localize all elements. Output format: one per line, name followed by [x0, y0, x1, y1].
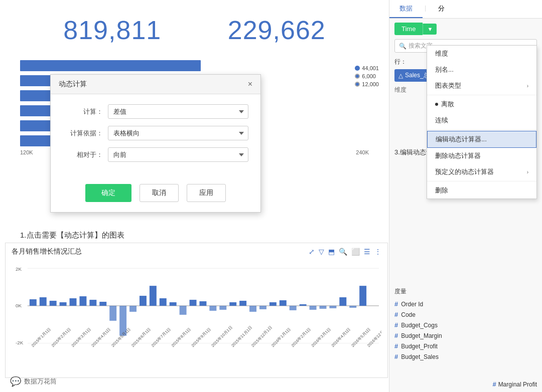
svg-text:2016年4月1日: 2016年4月1日 [330, 327, 351, 348]
toolbar-expand-icon[interactable]: ⤢ [309, 248, 315, 256]
svg-text:2015年6月1日: 2015年6月1日 [130, 327, 152, 348]
time-arrow-button[interactable]: ▼ [423, 24, 437, 35]
svg-text:2016年1月1日: 2016年1月1日 [270, 327, 292, 348]
apply-button[interactable]: 应用 [187, 184, 226, 202]
measure-item-6[interactable]: # Budget_Sales [394, 351, 537, 362]
marginal-profit-text: Marginal Profit [498, 381, 537, 388]
measure-text-4: Budget_Margin [401, 332, 442, 339]
svg-rect-23 [199, 301, 206, 306]
svg-rect-12 [89, 300, 96, 306]
bar-row-1 [20, 60, 369, 71]
svg-rect-11 [79, 296, 86, 306]
cancel-button[interactable]: 取消 [140, 184, 179, 202]
search-icon: 🔍 [399, 43, 406, 50]
hash-icon-3: # [394, 321, 398, 329]
svg-rect-16 [129, 306, 137, 312]
number-right: 229,662 [228, 15, 326, 45]
menu-divider-3 [427, 181, 536, 181]
bar-chart-svg: 2K 0K -2K [12, 258, 381, 353]
measure-item-5[interactable]: # Budget_Profit [394, 341, 537, 351]
svg-rect-25 [219, 306, 226, 310]
hash-icon-mp: # [492, 380, 496, 388]
legend-item-1: 44,001 [355, 65, 379, 71]
calc-select[interactable]: 差值 [108, 104, 248, 119]
menu-item-delete[interactable]: 删除 [427, 182, 536, 199]
toolbar-download-icon[interactable]: ⬒ [328, 248, 335, 256]
measure-text-1: Order Id [401, 301, 423, 308]
measure-text-3: Budget_Cogs [401, 322, 438, 329]
menu-item-edit-calc[interactable]: 编辑动态计算器... [427, 131, 536, 148]
legend-value-6000: 6,000 [362, 73, 376, 79]
svg-text:2015年3月1日: 2015年3月1日 [71, 327, 92, 348]
calc-label: 计算： [63, 107, 103, 116]
top-numbers: 819,811 229,662 [0, 0, 389, 55]
basis-select[interactable]: 表格横向 [108, 126, 248, 140]
axis-label-240k: 240K [356, 149, 369, 155]
relative-label: 相对于： [63, 150, 103, 159]
menu-item-discrete[interactable]: 离散 [427, 96, 536, 112]
measure-item-1[interactable]: # Order Id [394, 299, 537, 309]
svg-rect-32 [290, 306, 297, 310]
svg-rect-24 [209, 306, 216, 311]
measure-section: 度量 # Order Id # Code # Budget_Cogs # Bud… [394, 285, 537, 362]
legend-dot-2 [355, 74, 360, 79]
right-panel: 数据 | 分 Time ▼ 🔍 搜索文字 行： △ Sales_总和_差值 ▼ … [389, 0, 542, 392]
svg-rect-35 [320, 306, 327, 309]
toolbar-fit-icon[interactable]: ⬜ [351, 248, 360, 256]
hash-icon-4: # [394, 332, 398, 339]
context-menu: 维度 别名... 图表类型 › 离散 连续 编辑动态计算器... 删除动态计算器… [427, 45, 537, 199]
menu-label-predefined: 预定义的动态计算器 [435, 167, 494, 176]
time-dropdown: Time ▼ [394, 23, 537, 35]
svg-rect-20 [170, 302, 177, 306]
svg-rect-19 [160, 298, 167, 306]
modal-close-button[interactable]: × [248, 80, 252, 89]
measure-text-2: Code [401, 311, 416, 318]
menu-item-predefined-calc[interactable]: 预定义的动态计算器 › [427, 164, 536, 180]
menu-item-chart-type[interactable]: 图表类型 › [427, 78, 536, 94]
svg-rect-28 [249, 306, 256, 312]
chart-toolbar: ⤢ ▽ ⬒ 🔍 ⬜ ☰ ⋮ [309, 248, 381, 256]
panel-tabs: 数据 | 分 [389, 0, 542, 19]
menu-item-alias[interactable]: 别名... [427, 62, 536, 78]
form-row-relative: 相对于： 向前 [63, 147, 248, 162]
measure-item-4[interactable]: # Budget_Margin [394, 330, 537, 341]
svg-text:-2K: -2K [16, 340, 24, 345]
tab-analytics[interactable]: 分 [428, 0, 455, 18]
menu-item-delete-calc[interactable]: 删除动态计算器 [427, 148, 536, 164]
time-button[interactable]: Time [394, 23, 423, 35]
svg-rect-27 [239, 301, 246, 306]
svg-rect-6 [30, 299, 37, 306]
menu-item-continuous[interactable]: 连续 [427, 112, 536, 128]
watermark-text: 数据万花筒 [24, 377, 57, 386]
predefined-arrow: › [527, 169, 528, 175]
basis-label: 计算依据： [63, 129, 103, 138]
svg-rect-30 [269, 302, 277, 306]
form-row-calc: 计算： 差值 [63, 104, 248, 119]
svg-text:2015年7月1日: 2015年7月1日 [151, 327, 172, 348]
svg-text:2015年11月1日: 2015年11月1日 [230, 325, 253, 348]
svg-rect-34 [310, 306, 317, 310]
svg-rect-26 [229, 302, 236, 306]
svg-rect-10 [70, 298, 77, 306]
svg-rect-9 [60, 302, 67, 306]
toolbar-search-icon[interactable]: 🔍 [339, 248, 347, 256]
toolbar-filter-icon[interactable]: ▽ [319, 248, 324, 256]
measure-item-2[interactable]: # Code [394, 309, 537, 320]
legend-value-12000: 12,000 [362, 81, 379, 87]
legend-value-1: 44,001 [362, 65, 379, 71]
tab-separator: | [423, 0, 428, 18]
measure-item-3[interactable]: # Budget_Cogs [394, 320, 537, 330]
svg-rect-7 [40, 297, 47, 306]
bar-1 [20, 60, 201, 71]
menu-item-dimension[interactable]: 维度 [427, 46, 536, 62]
svg-rect-39 [359, 286, 366, 306]
toolbar-more-icon[interactable]: ⋮ [374, 248, 381, 256]
toolbar-list-icon[interactable]: ☰ [364, 248, 370, 256]
annotation-step1: 1.点击需要【动态计算】的图表 [20, 231, 124, 240]
svg-rect-38 [349, 306, 356, 308]
confirm-button[interactable]: 确定 [85, 184, 131, 202]
svg-rect-29 [259, 306, 266, 309]
tab-data[interactable]: 数据 [389, 0, 423, 18]
relative-select[interactable]: 向前 [108, 147, 248, 162]
legend-item-3: 12,000 [355, 81, 379, 87]
